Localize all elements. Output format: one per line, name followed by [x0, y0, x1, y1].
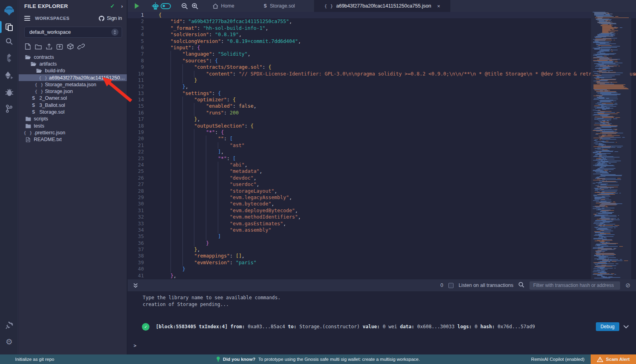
tree-item[interactable]: scripts: [19, 116, 127, 122]
sign-in-button[interactable]: Sign in: [99, 15, 122, 21]
tree-item[interactable]: artifacts: [19, 60, 127, 67]
code-line[interactable]: 18"outputSelection": {: [128, 123, 636, 129]
code-line[interactable]: 7"language": "Solidity",: [128, 51, 636, 57]
collapse-panel-icon[interactable]: ›: [121, 3, 123, 9]
debugger-icon[interactable]: [0, 85, 18, 99]
code-line[interactable]: 40}: [128, 266, 636, 272]
code-line[interactable]: 2"id": "a69b43f277ba20fcac141151250ca755…: [128, 18, 636, 25]
tree-item[interactable]: SStorage.sol: [19, 108, 127, 115]
code-line[interactable]: 17},: [128, 116, 636, 122]
clear-console-icon[interactable]: ⊘: [625, 282, 630, 289]
code-line[interactable]: 16"runs": 200: [128, 110, 636, 116]
collapse-terminal-icon[interactable]: [133, 283, 138, 288]
tree-item[interactable]: README.txt: [19, 136, 127, 143]
tab-home[interactable]: Home: [202, 0, 244, 12]
code-line[interactable]: 41},: [128, 273, 636, 279]
overflow-text-fragment: us: [630, 71, 636, 77]
code-line[interactable]: 23"*": [: [128, 155, 636, 162]
upload-file-icon[interactable]: [46, 43, 52, 50]
create-folder-icon[interactable]: [35, 44, 42, 50]
json-icon: { }: [25, 130, 31, 135]
code-line[interactable]: 30"evm.bytecode",: [128, 201, 636, 207]
transaction-row[interactable]: ✓ [block:5583405 txIndex:4] from: 0xa03.…: [128, 322, 636, 331]
code-line[interactable]: 11}: [128, 77, 636, 83]
settings-gear-icon[interactable]: ⚙: [0, 335, 18, 349]
code-line[interactable]: 12},: [128, 83, 636, 90]
code-line[interactable]: 27"userdoc",: [128, 181, 636, 188]
tree-item[interactable]: contracts: [19, 54, 127, 60]
code-line[interactable]: 31"evm.deployedBytecode",: [128, 207, 636, 214]
close-tab-icon[interactable]: ×: [437, 3, 440, 9]
tree-item[interactable]: { }Storage_metadata.json: [19, 81, 127, 88]
code-line[interactable]: 1{: [128, 12, 636, 18]
code-line[interactable]: 13"settings": {: [128, 90, 636, 97]
code-line[interactable]: 35]: [128, 233, 636, 240]
deploy-run-icon[interactable]: [0, 68, 18, 83]
tree-item[interactable]: tests: [19, 122, 127, 129]
git-icon[interactable]: [0, 101, 18, 116]
code-line[interactable]: 25"metadata",: [128, 168, 636, 174]
code-line[interactable]: 32"evm.methodIdentifiers",: [128, 214, 636, 220]
code-line[interactable]: 15"enabled": false,: [128, 103, 636, 109]
expand-tx-icon[interactable]: [623, 324, 629, 329]
tab-storage-sol[interactable]: S Storage.sol: [253, 0, 305, 12]
code-line[interactable]: 22],: [128, 149, 636, 155]
plugin-manager-icon[interactable]: [0, 318, 18, 332]
code-line[interactable]: 5"solcLongVersion": "0.8.19+commit.7dd6d…: [128, 38, 636, 45]
code-line[interactable]: 26"devdoc",: [128, 175, 636, 181]
code-line[interactable]: 21"ast": [128, 142, 636, 149]
tree-item[interactable]: S2_Owner.sol: [19, 95, 127, 102]
workspace-sort-icon[interactable]: [111, 29, 118, 36]
code-line[interactable]: 34"evm.assembly": [128, 227, 636, 233]
workspace-select[interactable]: default_workspace: [24, 27, 122, 38]
tree-item[interactable]: S3_Ballot.sol: [19, 102, 127, 108]
code-line[interactable]: 29"evm.legacyAssembly",: [128, 194, 636, 201]
git-init-button[interactable]: Initialize as git repo: [0, 357, 54, 362]
file-explorer-icon[interactable]: [0, 20, 18, 34]
code-line[interactable]: 8"sources": {: [128, 58, 636, 64]
code-line[interactable]: 9"contracts/Storage.sol": {: [128, 64, 636, 70]
zoom-out-icon[interactable]: [179, 0, 190, 12]
solidity-compiler-icon[interactable]: [0, 51, 18, 65]
listen-checkbox[interactable]: [448, 283, 454, 288]
zoom-in-icon[interactable]: [190, 0, 200, 12]
create-file-icon[interactable]: [25, 43, 31, 50]
code-line[interactable]: 37},: [128, 246, 636, 253]
ai-copilot-icon[interactable]: [150, 0, 161, 12]
code-editor[interactable]: 1{2"id": "a69b43f277ba20fcac141151250ca7…: [128, 12, 636, 279]
json-file-icon: { }: [324, 4, 334, 9]
workspaces-menu-icon[interactable]: [24, 15, 30, 22]
run-script-button[interactable]: [132, 0, 142, 12]
scam-alert-badge[interactable]: Scam Alert: [591, 354, 636, 364]
code-line[interactable]: 4"solcVersion": "0.8.19",: [128, 31, 636, 38]
search-icon[interactable]: [0, 34, 18, 48]
code-line[interactable]: 20"": [: [128, 136, 636, 142]
code-line[interactable]: 33"evm.gasEstimates",: [128, 221, 636, 227]
code-line[interactable]: 36}: [128, 240, 636, 246]
tree-item[interactable]: { }a69b43f277ba20fcac141151250ca7...: [19, 74, 127, 81]
filter-input[interactable]: [529, 281, 620, 290]
code-line[interactable]: 39"evmVersion": "paris": [128, 259, 636, 266]
terminal-prompt[interactable]: >: [128, 343, 636, 349]
terminal-line: Type the library name to see available c…: [128, 291, 636, 301]
publish-gist-icon[interactable]: [67, 43, 74, 50]
terminal-search-icon[interactable]: [518, 282, 524, 289]
link-icon[interactable]: [78, 44, 85, 49]
code-line[interactable]: 24"abi",: [128, 162, 636, 168]
code-line[interactable]: 10"content": "// SPDX-License-Identifier…: [128, 71, 636, 77]
code-line[interactable]: 38"remappings": [],: [128, 253, 636, 259]
remix-logo-icon[interactable]: [0, 2, 18, 20]
upload-folder-icon[interactable]: [56, 44, 63, 50]
code-line[interactable]: 6"input": {: [128, 45, 636, 51]
tree-item[interactable]: build-info: [19, 68, 127, 74]
minimap[interactable]: [591, 12, 631, 279]
code-line[interactable]: 3"_format": "hh-sol-build-info-1",: [128, 25, 636, 31]
debug-button[interactable]: Debug: [596, 322, 619, 331]
tree-item[interactable]: { }Storage.json: [19, 88, 127, 95]
tree-item[interactable]: { }.prettierrc.json: [19, 129, 127, 136]
tab-build-info-json[interactable]: { } a69b43f277ba20fcac141151250ca755.jso…: [314, 0, 450, 12]
code-line[interactable]: 28"storageLayout",: [128, 188, 636, 194]
copilot-toggle[interactable]: [161, 0, 171, 12]
code-line[interactable]: 14"optimizer": {: [128, 97, 636, 103]
code-line[interactable]: 19"*": {: [128, 129, 636, 136]
